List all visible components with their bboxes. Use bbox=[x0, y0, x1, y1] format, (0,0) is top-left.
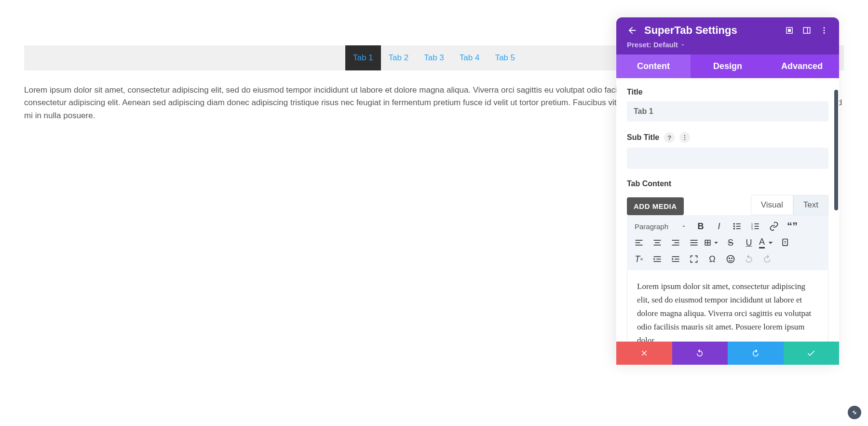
panel-title: SuperTab Settings bbox=[644, 24, 737, 37]
underline-icon[interactable]: U bbox=[741, 235, 757, 250]
undo-button[interactable] bbox=[672, 342, 728, 365]
indent-icon[interactable] bbox=[667, 252, 684, 266]
svg-rect-2 bbox=[803, 27, 810, 33]
number-list-icon[interactable]: 123 bbox=[747, 219, 764, 234]
svg-text:3: 3 bbox=[751, 227, 753, 230]
svg-rect-15 bbox=[736, 228, 741, 229]
table-icon[interactable] bbox=[704, 235, 720, 250]
svg-rect-28 bbox=[672, 240, 679, 241]
clear-format-icon[interactable]: T× bbox=[631, 252, 647, 266]
svg-point-45 bbox=[727, 256, 734, 263]
text-color-icon[interactable]: A bbox=[759, 235, 775, 250]
title-label: Title bbox=[627, 88, 828, 96]
svg-rect-11 bbox=[736, 223, 741, 224]
panel-header: SuperTab Settings Preset: Default bbox=[616, 17, 839, 55]
svg-rect-26 bbox=[655, 242, 660, 243]
link-icon[interactable] bbox=[766, 219, 782, 234]
svg-point-47 bbox=[732, 258, 732, 259]
svg-point-5 bbox=[824, 30, 825, 31]
add-media-button[interactable]: ADD MEDIA bbox=[627, 197, 684, 215]
svg-rect-33 bbox=[691, 245, 698, 246]
visual-tab[interactable]: Visual bbox=[751, 195, 793, 215]
format-select[interactable]: Paragraph bbox=[631, 220, 691, 234]
align-left-icon[interactable] bbox=[631, 235, 647, 250]
panel-tabs: Content Design Advanced bbox=[616, 55, 839, 78]
more-menu-icon[interactable] bbox=[820, 26, 828, 35]
svg-point-4 bbox=[824, 27, 825, 28]
italic-icon[interactable]: I bbox=[711, 219, 727, 234]
redo-icon[interactable] bbox=[759, 252, 775, 266]
svg-rect-32 bbox=[691, 242, 698, 243]
subtitle-input[interactable] bbox=[627, 148, 828, 169]
svg-point-46 bbox=[729, 258, 730, 259]
redo-button[interactable] bbox=[728, 342, 784, 365]
subtitle-label: Sub Title ? bbox=[627, 132, 828, 143]
svg-rect-31 bbox=[691, 240, 698, 241]
svg-rect-23 bbox=[636, 242, 640, 243]
settings-panel: SuperTab Settings Preset: Default bbox=[616, 17, 839, 365]
svg-rect-27 bbox=[654, 245, 661, 246]
svg-rect-24 bbox=[636, 245, 643, 246]
bold-icon[interactable]: B bbox=[692, 219, 709, 234]
quote-icon[interactable]: “” bbox=[784, 219, 800, 234]
expand-icon[interactable] bbox=[785, 26, 794, 35]
undo-icon[interactable] bbox=[741, 252, 757, 266]
svg-rect-43 bbox=[675, 259, 679, 260]
svg-rect-40 bbox=[656, 259, 661, 260]
svg-rect-1 bbox=[788, 29, 791, 32]
svg-point-14 bbox=[733, 228, 735, 229]
align-right-icon[interactable] bbox=[667, 235, 684, 250]
svg-rect-21 bbox=[755, 228, 759, 229]
tab-4[interactable]: Tab 4 bbox=[452, 45, 488, 70]
svg-point-9 bbox=[684, 139, 685, 140]
tab-1[interactable]: Tab 1 bbox=[345, 45, 381, 70]
svg-rect-17 bbox=[755, 223, 759, 224]
tab-content-label: Tab Content bbox=[627, 179, 828, 188]
svg-point-12 bbox=[733, 225, 735, 227]
strikethrough-icon[interactable]: S bbox=[722, 235, 739, 250]
svg-rect-39 bbox=[654, 256, 661, 257]
svg-rect-13 bbox=[736, 226, 741, 227]
preset-selector[interactable]: Preset: Default bbox=[627, 41, 828, 49]
svg-rect-25 bbox=[654, 240, 661, 241]
svg-rect-30 bbox=[672, 245, 679, 246]
resize-handle[interactable] bbox=[848, 406, 861, 419]
text-tab[interactable]: Text bbox=[793, 195, 828, 215]
svg-point-7 bbox=[684, 135, 685, 136]
panel-footer bbox=[616, 342, 839, 365]
fullscreen-icon[interactable] bbox=[686, 252, 702, 266]
svg-rect-29 bbox=[675, 242, 679, 243]
align-center-icon[interactable] bbox=[649, 235, 665, 250]
back-icon[interactable] bbox=[627, 25, 637, 36]
tab-5[interactable]: Tab 5 bbox=[487, 45, 523, 70]
scrollbar[interactable] bbox=[834, 90, 838, 210]
svg-rect-42 bbox=[672, 256, 679, 257]
svg-rect-19 bbox=[755, 226, 759, 227]
tab-design[interactable]: Design bbox=[691, 55, 765, 78]
svg-rect-22 bbox=[636, 240, 643, 241]
svg-point-10 bbox=[733, 223, 735, 224]
snap-icon[interactable] bbox=[802, 26, 811, 35]
editor-toolbar: Paragraph B I 123 “” S bbox=[627, 215, 828, 270]
tab-advanced[interactable]: Advanced bbox=[765, 55, 839, 78]
field-more-icon[interactable] bbox=[679, 132, 690, 143]
align-justify-icon[interactable] bbox=[686, 235, 702, 250]
tab-content[interactable]: Content bbox=[616, 55, 691, 78]
svg-rect-41 bbox=[654, 261, 661, 262]
emoji-icon[interactable] bbox=[722, 252, 739, 266]
tab-2[interactable]: Tab 2 bbox=[381, 45, 417, 70]
cancel-button[interactable] bbox=[616, 342, 672, 365]
save-button[interactable] bbox=[784, 342, 840, 365]
title-input[interactable] bbox=[627, 101, 828, 122]
bullet-list-icon[interactable] bbox=[729, 219, 746, 234]
svg-text:T: T bbox=[784, 240, 787, 245]
special-char-icon[interactable]: Ω bbox=[704, 252, 720, 266]
svg-rect-44 bbox=[672, 261, 679, 262]
outdent-icon[interactable] bbox=[649, 252, 665, 266]
panel-body: Title Sub Title ? Tab Content ADD MEDIA … bbox=[616, 78, 839, 365]
paste-text-icon[interactable]: T bbox=[777, 235, 794, 250]
help-icon[interactable]: ? bbox=[664, 132, 675, 143]
svg-point-8 bbox=[684, 137, 685, 138]
tab-3[interactable]: Tab 3 bbox=[416, 45, 452, 70]
svg-point-6 bbox=[824, 32, 825, 34]
